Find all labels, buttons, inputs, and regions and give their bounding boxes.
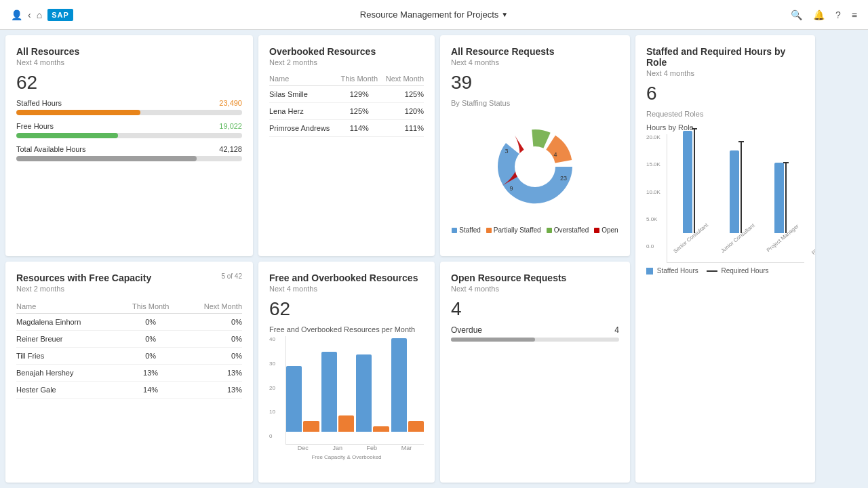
table-row: Till Fries 0% 0%: [16, 348, 242, 365]
all-requests-title: All Resource Requests: [451, 46, 619, 57]
row-this-month: 13%: [121, 365, 180, 382]
required-line-top: [738, 141, 744, 142]
staffed-bar-group: Junior Consultant: [715, 125, 757, 242]
staffed-bar-chart: 20.0K 15.0K 10.0K 5.0K 0.0 Senior Consul…: [646, 134, 804, 263]
row-name: Benajah Hershey: [16, 365, 121, 382]
user-icon[interactable]: 👤: [11, 9, 22, 20]
legend-required: Required Hours: [707, 267, 769, 274]
legend-dot: [486, 228, 492, 233]
free-overbooked-chart-title: Free and Overbooked Resources per Month: [269, 325, 424, 333]
fo-orange-bar: [373, 426, 389, 432]
fo-x-label: Mar: [401, 445, 412, 451]
staffed-bar: [730, 150, 739, 233]
overbooked-table: Name This Month Next Month Silas Smille …: [269, 72, 424, 137]
requests-chart-label: By Staffing Status: [451, 99, 619, 107]
row-name: Reiner Breuer: [16, 331, 121, 348]
fo-bar-group: [321, 352, 355, 432]
bar-pair: [730, 125, 742, 233]
svg-text:4: 4: [553, 151, 557, 158]
fo-blue-bar: [391, 338, 407, 432]
row-next-month: 120%: [380, 103, 424, 120]
legend-item: Staffed: [452, 226, 481, 234]
bar-role-label: Platinum Consultant: [810, 220, 815, 256]
total-hours-label-row: Total Available Hours 42,128: [16, 145, 242, 153]
row-next-month: 111%: [380, 120, 424, 137]
bell-icon[interactable]: 🔔: [813, 9, 825, 20]
overbooked-title: Overbooked Resources: [269, 46, 424, 57]
all-requests-count: 39: [451, 72, 619, 94]
staffed-bar: [774, 163, 784, 233]
chevron-down-icon[interactable]: ▼: [501, 11, 508, 18]
staffed-bar-group: Senior Consultant: [667, 125, 711, 242]
overbooked-resources-card: Overbooked Resources Next 2 months Name …: [258, 35, 435, 256]
free-overbooked-chart: 40 30 20 10 0 DecJanFebMar: [269, 336, 424, 451]
menu-icon[interactable]: ≡: [852, 9, 857, 20]
overdue-bar-fill: [451, 338, 535, 342]
free-hours-value: 19,022: [219, 122, 242, 130]
free-hours-label: Free Hours: [16, 122, 54, 130]
y-label-1: 0.0: [646, 243, 660, 249]
y-axis-labels: 20.0K 15.0K 10.0K 5.0K 0.0: [646, 134, 660, 249]
total-hours-value: 42,128: [219, 145, 242, 153]
legend-staffed: Staffed Hours: [646, 267, 698, 274]
svg-point-0: [515, 146, 555, 187]
back-icon[interactable]: ‹: [28, 9, 31, 20]
all-resources-subtitle: Next 4 months: [16, 58, 242, 66]
sap-logo: SAP: [47, 9, 73, 21]
row-this-month: 0%: [121, 348, 180, 365]
y-label-3: 10.0K: [646, 189, 660, 195]
row-name: Primrose Andrews: [269, 120, 338, 137]
top-navigation: 👤 ‹ ⌂ SAP Resource Management for Projec…: [0, 0, 868, 30]
legend-dot: [594, 228, 599, 233]
donut-chart-container: 4 3 9 23 StaffedPartially StaffedOversta…: [451, 113, 619, 234]
staffed-hours-legend: Staffed Hours Required Hours: [646, 267, 804, 274]
donut-chart: 4 3 9 23: [474, 113, 596, 221]
free-capacity-table-header: Name This Month Next Month: [16, 300, 242, 314]
required-line-top: [692, 128, 697, 129]
legend-label: Staffed: [459, 226, 481, 234]
free-capacity-card: Resources with Free Capacity Next 2 mont…: [5, 262, 253, 483]
table-row: Benajah Hershey 13% 13%: [16, 365, 242, 382]
row-this-month: 114%: [338, 120, 380, 137]
row-this-month: 129%: [338, 86, 380, 103]
bar-pair: [683, 125, 695, 233]
nav-right: 🔍 🔔 ? ≡: [791, 9, 857, 20]
free-capacity-table: Name This Month Next Month Magdalena Ein…: [16, 300, 242, 399]
row-name: Till Fries: [16, 348, 121, 365]
all-requests-card: All Resource Requests Next 4 months 39 B…: [440, 35, 630, 256]
staffed-hours-bar-bg: [16, 110, 242, 115]
staffed-hours-label-row: Staffed Hours 23,490: [16, 99, 242, 107]
open-requests-count: 4: [451, 298, 619, 320]
fc-col-thismonth: This Month: [121, 300, 180, 314]
app-title-container: Resource Management for Projects ▼: [360, 9, 508, 20]
y-label-5: 20.0K: [646, 134, 660, 140]
staffed-hours-metric: Staffed Hours 23,490: [16, 99, 242, 115]
staffed-hours-bar-fill: [16, 110, 140, 115]
search-icon[interactable]: 🔍: [791, 9, 802, 20]
donut-legend: StaffedPartially StaffedOverstaffedOpen: [452, 226, 618, 234]
legend-item: Partially Staffed: [486, 226, 541, 234]
row-next-month: 0%: [180, 314, 242, 331]
legend-dot: [452, 228, 457, 233]
legend-label: Partially Staffed: [494, 226, 541, 234]
free-hours-label-row: Free Hours 19,022: [16, 122, 242, 130]
overdue-bar-bg: [451, 338, 619, 342]
fo-orange-bar: [338, 415, 354, 432]
legend-required-icon: [707, 270, 717, 272]
table-row: Magdalena Einhorn 0% 0%: [16, 314, 242, 331]
staffed-hours-card: Staffed and Required Hours by Role Next …: [635, 35, 815, 483]
fo-x-label: Jan: [332, 445, 342, 451]
overbooked-subtitle: Next 2 months: [269, 58, 424, 66]
row-next-month: 125%: [380, 86, 424, 103]
open-requests-title: Open Resource Requests: [451, 272, 619, 283]
row-this-month: 14%: [121, 382, 180, 399]
y-label-2: 5.0K: [646, 216, 660, 222]
overbooked-col-nextmonth: Next Month: [380, 72, 424, 86]
legend-item: Open: [594, 226, 618, 234]
all-resources-card: All Resources Next 4 months 62 Staffed H…: [5, 35, 253, 256]
help-icon[interactable]: ?: [835, 9, 841, 20]
required-line: [741, 141, 742, 233]
nav-left: 👤 ‹ ⌂ SAP: [11, 9, 73, 21]
staffed-bar-group: Platinum Consultant: [805, 125, 815, 242]
home-icon[interactable]: ⌂: [37, 9, 42, 20]
